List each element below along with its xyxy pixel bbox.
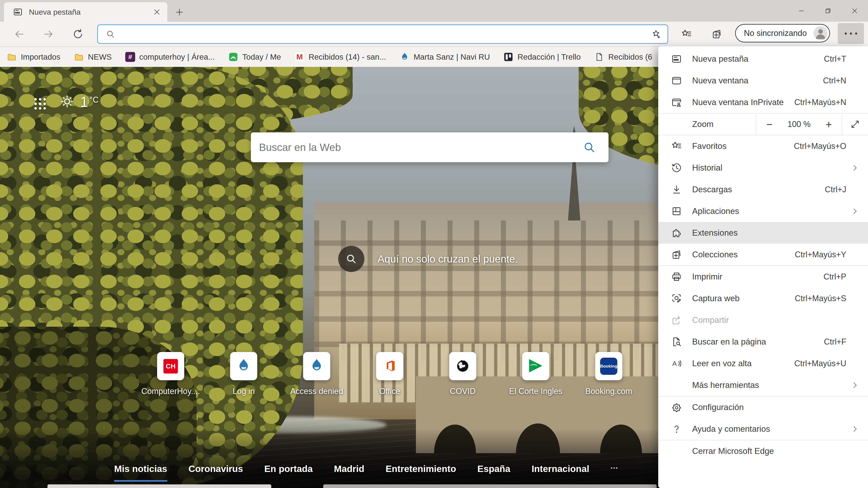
news-card-top-strip: [48, 484, 271, 488]
titlebar: Nueva pestaña: [0, 0, 868, 22]
quick-link-computerhoy[interactable]: CH ComputerHoy....: [157, 352, 184, 396]
news-tab-espana[interactable]: España: [477, 464, 510, 480]
search-icon: [105, 29, 116, 39]
address-bar[interactable]: [97, 24, 668, 44]
news-tab-entretenimiento[interactable]: Entretenimiento: [385, 464, 456, 480]
drupal-drop-icon: [400, 52, 410, 62]
bookmark-computerhoy[interactable]: # computerhoy | Área...: [119, 49, 221, 65]
menu-item-mas-herramientas[interactable]: Más herramientas: [658, 375, 868, 396]
avatar: [813, 26, 828, 40]
menu-item-inprivate[interactable]: Nueva ventana InPrivate Ctrl+Mayús+N: [658, 92, 868, 113]
feedly-icon: [228, 52, 238, 62]
chevron-right-icon: [851, 164, 859, 172]
quick-link-access-denied[interactable]: Access denied: [303, 352, 330, 396]
back-icon[interactable]: [12, 27, 27, 41]
drupal-drop-icon: [308, 357, 325, 375]
bookmark-gmail[interactable]: M Recibidos (14) - san...: [288, 49, 393, 65]
minimize-icon[interactable]: [788, 0, 815, 22]
zoom-out-button[interactable]: −: [762, 118, 777, 131]
new-tab-button[interactable]: [172, 5, 187, 20]
printer-icon: [671, 271, 682, 283]
quick-link-covid[interactable]: COVID: [449, 352, 476, 396]
forward-icon[interactable]: [41, 27, 56, 41]
gmail-icon: M: [294, 52, 305, 62]
weather-widget[interactable]: 1 °C: [60, 94, 98, 110]
history-clock-icon: [671, 162, 682, 173]
news-tab-coronavirus[interactable]: Coronavirus: [188, 464, 243, 480]
menu-item-leer-en-voz-alta[interactable]: A Leer en voz alta Ctrl+Mayús+U: [658, 353, 868, 375]
sun-icon: [60, 94, 74, 109]
news-tab-internacional[interactable]: Internacional: [532, 464, 589, 480]
computerhoy-icon: CH: [163, 359, 178, 373]
web-search-box[interactable]: [251, 132, 609, 162]
web-search-input[interactable]: [259, 141, 583, 153]
menu-item-descargas[interactable]: Descargas Ctrl+J: [658, 179, 868, 200]
news-tab-en-portada[interactable]: En portada: [264, 464, 313, 480]
menu-item-colecciones[interactable]: Colecciones Ctrl+Mayús+Y: [658, 244, 868, 265]
quick-link-office[interactable]: Office: [376, 352, 403, 396]
bookmark-recibidos[interactable]: Recibidos (6: [587, 49, 659, 65]
chevron-right-icon: [851, 381, 859, 389]
quick-links-row: CH ComputerHoy.... Log in Access denied …: [157, 352, 622, 396]
menu-item-aplicaciones[interactable]: Aplicaciones: [658, 200, 868, 222]
add-favorite-star-icon[interactable]: [651, 29, 662, 39]
trello-icon: [503, 52, 513, 62]
news-category-bar: Mis noticias Coronavirus En portada Madr…: [114, 464, 618, 482]
menu-item-ayuda[interactable]: Ayuda y comentarios: [658, 418, 868, 440]
search-submit-icon[interactable]: [583, 141, 596, 154]
window-controls: [788, 0, 868, 22]
bookmark-feedly[interactable]: Today / Me: [221, 49, 288, 65]
bookmark-importados[interactable]: Importados: [0, 49, 67, 65]
download-icon: [671, 184, 682, 195]
news-tab-more[interactable]: ···: [611, 464, 618, 478]
menu-item-cerrar-edge[interactable]: Cerrar Microsoft Edge: [658, 440, 868, 462]
menu-item-configuracion[interactable]: Configuración: [658, 396, 868, 418]
tab-close-icon[interactable]: [151, 6, 163, 18]
collections-icon[interactable]: [709, 27, 724, 41]
news-tab-madrid[interactable]: Madrid: [334, 464, 364, 480]
zoom-in-button[interactable]: +: [821, 118, 837, 131]
browser-tab[interactable]: Nueva pestaña: [4, 2, 167, 22]
booking-icon: Booking: [600, 358, 617, 375]
caption-search-icon[interactable]: [338, 246, 364, 272]
bookmark-news[interactable]: NEWS: [67, 49, 119, 65]
folder-icon: [7, 52, 17, 62]
news-card-top-strip: [323, 484, 657, 488]
reload-icon[interactable]: [70, 27, 86, 41]
page-icon: [594, 52, 604, 62]
more-options-button[interactable]: [838, 23, 864, 44]
zoom-value: 100 %: [787, 120, 811, 129]
web-capture-icon: [671, 293, 682, 304]
quick-link-booking[interactable]: Booking Booking.com: [595, 352, 622, 396]
menu-item-nueva-pestana[interactable]: Nueva pestaña Ctrl+T: [658, 48, 868, 70]
page-layout-grid-icon[interactable]: [34, 98, 46, 110]
office-icon: [382, 358, 398, 375]
apps-icon: [671, 205, 682, 217]
restore-icon[interactable]: [815, 0, 841, 22]
drupal-drop-icon: [235, 357, 252, 375]
quick-link-login[interactable]: Log in: [230, 352, 257, 396]
menu-item-compartir: Compartir: [658, 309, 868, 331]
profile-button[interactable]: No sincronizando: [735, 24, 830, 42]
menu-item-zoom: Zoom − 100 % +: [658, 113, 868, 135]
address-bar-input[interactable]: [119, 29, 651, 39]
collections-icon: [671, 249, 682, 260]
fullscreen-button[interactable]: [842, 113, 868, 135]
bookmark-trello[interactable]: Redacción | Trello: [497, 49, 587, 65]
menu-item-nueva-ventana[interactable]: Nueva ventana Ctrl+N: [658, 70, 868, 92]
help-icon: [671, 423, 682, 435]
slack-icon: #: [125, 52, 135, 62]
quick-link-elcorteingles[interactable]: El Corte Ingles: [522, 352, 549, 396]
menu-item-historial[interactable]: Historial: [658, 157, 868, 179]
menu-item-buscar-en-la-pagina[interactable]: Buscar en la página Ctrl+F: [658, 331, 868, 353]
news-tab-mis-noticias[interactable]: Mis noticias: [114, 464, 167, 482]
menu-item-favoritos[interactable]: Favoritos Ctrl+Mayús+O: [658, 135, 868, 157]
favorites-star-icon[interactable]: [679, 27, 694, 41]
menu-item-imprimir[interactable]: Imprimir Ctrl+P: [658, 266, 868, 288]
temperature-value: 1: [80, 94, 88, 110]
more-options-icon: [845, 33, 847, 35]
menu-item-extensiones[interactable]: Extensiones: [658, 222, 868, 244]
menu-item-captura-web[interactable]: Captura web Ctrl+Mayús+S: [658, 288, 868, 309]
bookmark-drupal[interactable]: Marta Sanz | Navi RU: [393, 49, 497, 65]
close-window-icon[interactable]: [841, 0, 868, 22]
